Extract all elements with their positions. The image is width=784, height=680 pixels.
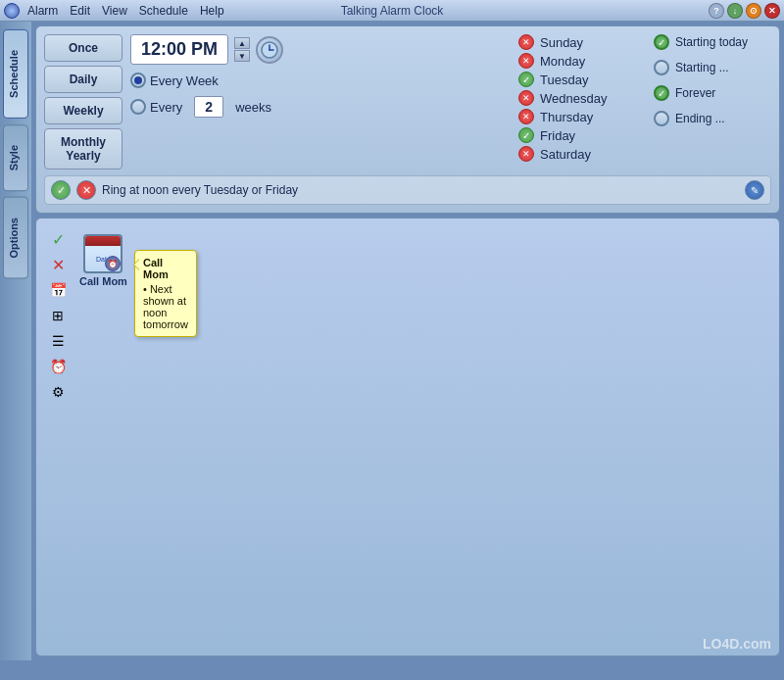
status-text: Ring at noon every Tuesday or Friday: [102, 183, 739, 197]
starting-today-option[interactable]: Starting today: [654, 34, 771, 50]
day-saturday[interactable]: Saturday: [518, 146, 646, 162]
tuesday-indicator[interactable]: [518, 72, 534, 87]
wednesday-indicator[interactable]: [518, 90, 534, 106]
title-bar-left: Alarm Edit View Schedule Help: [4, 3, 228, 19]
monday-indicator[interactable]: [518, 53, 534, 69]
call-mom-alarm[interactable]: Date ⏰ Call Mom Call Mom • Next shown at…: [75, 230, 131, 291]
content-area: Once Daily Weekly Monthly Yearly 12:00 P…: [31, 22, 784, 660]
sidebar-tab-style[interactable]: Style: [3, 124, 28, 191]
every-week-row: Every Week: [130, 73, 511, 88]
every-week-label: Every Week: [150, 73, 219, 88]
time-down-button[interactable]: ▼: [234, 50, 250, 62]
time-up-button[interactable]: ▲: [234, 37, 250, 49]
ending-ellipsis-label: Ending ...: [675, 112, 725, 125]
starting-today-radio[interactable]: [654, 34, 669, 50]
sidebar-tab-schedule[interactable]: Schedule: [3, 29, 28, 119]
app-icon: [4, 3, 20, 19]
tooltip-body: • Next shown at noon tomorrow: [143, 283, 188, 330]
calendar-body: Date ⏰: [85, 246, 121, 271]
tooltip-title: Call Mom: [143, 257, 188, 280]
starting-ellipsis-radio[interactable]: [654, 60, 669, 75]
every-week-option[interactable]: Every Week: [130, 73, 219, 88]
every-week-radio[interactable]: [130, 73, 146, 88]
every-n-weeks-row: Every weeks: [130, 96, 511, 118]
starting-ellipsis-label: Starting ...: [675, 61, 729, 74]
menu-view[interactable]: View: [98, 4, 131, 18]
alarm-clock-button[interactable]: ⏰: [47, 356, 69, 377]
watermark: LO4D.com: [703, 636, 771, 652]
forever-radio[interactable]: [654, 85, 669, 101]
alarm-left-toolbar: ✓ ✕ 📅 ⊞ ☰ ⏰ ⚙: [44, 226, 72, 648]
menu-alarm[interactable]: Alarm: [24, 4, 62, 18]
day-thursday[interactable]: Thursday: [518, 109, 646, 124]
forever-option[interactable]: Forever: [654, 85, 771, 101]
status-check-button[interactable]: ✓: [51, 180, 71, 200]
monday-label: Monday: [540, 54, 585, 69]
alarm-delete-button[interactable]: ✕: [47, 254, 69, 275]
calendar-header: [85, 236, 121, 246]
freq-weekly[interactable]: Weekly: [44, 97, 122, 124]
sidebar-tab-options[interactable]: Options: [3, 197, 28, 279]
schedule-panel: Once Daily Weekly Monthly Yearly 12:00 P…: [35, 25, 780, 214]
every-n-label: Every: [150, 100, 182, 115]
menu-help[interactable]: Help: [196, 4, 228, 18]
alarm-calendar-button[interactable]: 📅: [47, 279, 69, 301]
every-n-weeks-option[interactable]: Every: [130, 99, 182, 115]
calendar-clock: ⏰: [105, 256, 121, 271]
weeks-input[interactable]: [194, 96, 223, 118]
ending-ellipsis-option[interactable]: Ending ...: [654, 111, 771, 126]
title-bar-controls: ? ↓ ⊙ ✕: [709, 3, 780, 19]
wednesday-label: Wednesday: [540, 91, 607, 106]
ending-ellipsis-radio[interactable]: [654, 111, 669, 126]
day-friday[interactable]: Friday: [518, 127, 646, 143]
menu-edit[interactable]: Edit: [66, 4, 94, 18]
call-mom-label: Call Mom: [79, 275, 127, 287]
time-spinners: ▲ ▼: [234, 37, 250, 62]
thursday-indicator[interactable]: [518, 109, 534, 124]
forever-label: Forever: [675, 86, 715, 100]
day-sunday[interactable]: Sunday: [518, 34, 646, 50]
when-column: Starting today Starting ... Forever Endi…: [654, 34, 771, 170]
freq-monthly-yearly[interactable]: Monthly Yearly: [44, 128, 122, 170]
day-wednesday[interactable]: Wednesday: [518, 90, 646, 106]
friday-indicator[interactable]: [518, 127, 534, 143]
friday-label: Friday: [540, 128, 575, 143]
freq-once[interactable]: Once: [44, 34, 122, 62]
weeks-label: weeks: [235, 100, 271, 115]
time-row: 12:00 PM ▲ ▼: [130, 34, 511, 65]
day-tuesday[interactable]: Tuesday: [518, 72, 646, 87]
alarm-check-button[interactable]: ✓: [47, 228, 69, 250]
minimize-button[interactable]: ↓: [727, 3, 743, 19]
call-mom-icon: Date ⏰: [83, 234, 122, 273]
alarm-main: Date ⏰ Call Mom Call Mom • Next shown at…: [72, 226, 771, 648]
time-display[interactable]: 12:00 PM: [130, 34, 228, 65]
alarm-area-content: ✓ ✕ 📅 ⊞ ☰ ⏰ ⚙ Date: [44, 226, 771, 648]
status-edit-button[interactable]: ✎: [745, 180, 764, 200]
frequency-buttons: Once Daily Weekly Monthly Yearly: [44, 34, 122, 170]
title-bar: Alarm Edit View Schedule Help Talking Al…: [0, 0, 784, 22]
saturday-indicator[interactable]: [518, 146, 534, 162]
every-n-weeks-radio[interactable]: [130, 99, 146, 115]
starting-ellipsis-option[interactable]: Starting ...: [654, 60, 771, 75]
status-x-button[interactable]: ✕: [76, 180, 96, 200]
menu-schedule[interactable]: Schedule: [135, 4, 192, 18]
schedule-status-bar: ✓ ✕ Ring at noon every Tuesday or Friday…: [44, 175, 771, 205]
alarm-list-button[interactable]: ☰: [47, 330, 69, 352]
sunday-indicator[interactable]: [518, 34, 534, 50]
day-monday[interactable]: Monday: [518, 53, 646, 69]
alarm-grid-button[interactable]: ⊞: [47, 305, 69, 326]
main-container: Schedule Style Options Once Daily Weekly…: [0, 22, 784, 660]
schedule-top: Once Daily Weekly Monthly Yearly 12:00 P…: [44, 34, 771, 170]
window-title: Talking Alarm Clock: [341, 4, 444, 18]
alarm-settings-button[interactable]: ⚙: [47, 381, 69, 403]
alarm-list-area: ✓ ✕ 📅 ⊞ ☰ ⏰ ⚙ Date: [35, 218, 780, 656]
call-mom-tooltip: Call Mom • Next shown at noon tomorrow: [134, 250, 197, 337]
close-button[interactable]: ✕: [764, 3, 780, 19]
freq-daily[interactable]: Daily: [44, 66, 122, 93]
days-column: Sunday Monday Tuesday Wednesday: [518, 34, 646, 170]
time-options: 12:00 PM ▲ ▼: [130, 34, 511, 170]
help-button[interactable]: ?: [709, 3, 724, 19]
restore-button[interactable]: ⊙: [746, 3, 761, 19]
sidebar-tabs: Schedule Style Options: [0, 22, 31, 660]
thursday-label: Thursday: [540, 110, 593, 124]
